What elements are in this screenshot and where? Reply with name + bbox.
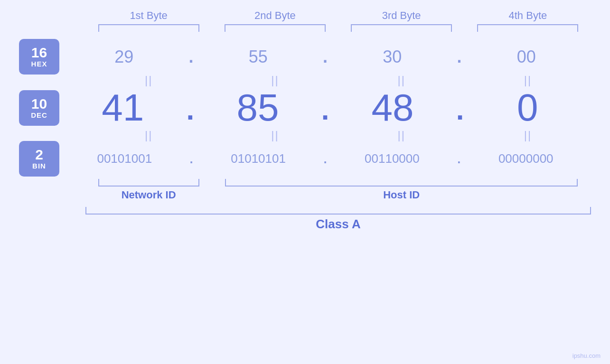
byte2-header: 2nd Byte — [212, 9, 338, 22]
eq2-c1: || — [85, 130, 212, 141]
dec-byte1-cell: 41 — [59, 86, 187, 130]
top-brackets — [19, 24, 591, 32]
dec-byte4-cell: 0 — [464, 86, 591, 130]
network-bracket-area — [85, 179, 212, 187]
hex-badge-label: HEX — [31, 60, 47, 68]
eq2-s2: || — [271, 130, 279, 141]
bin-byte3-cell: 00110000 — [327, 151, 458, 166]
host-bracket-area — [212, 179, 591, 187]
bottom-brackets-row — [85, 179, 591, 187]
watermark: ipshu.com — [572, 352, 601, 359]
hex-byte2: 55 — [249, 47, 268, 67]
class-label: Class A — [316, 217, 360, 231]
dec-dot3: . — [456, 96, 464, 124]
bin-badge-label: BIN — [32, 162, 46, 170]
dec-byte3-cell: 48 — [329, 86, 456, 130]
hex-byte3: 30 — [383, 47, 402, 67]
top-bracket-4 — [465, 24, 591, 32]
bracket-top-1 — [98, 24, 199, 32]
network-bracket — [98, 179, 199, 187]
class-bracket — [85, 207, 591, 215]
byte4-header: 4th Byte — [465, 9, 591, 22]
bin-byte2: 01010101 — [231, 151, 286, 166]
bin-badge: 2 BIN — [19, 141, 59, 177]
eq1-c4: || — [465, 75, 591, 86]
class-label-row: Class A — [85, 217, 591, 232]
dec-row: 10 DEC 41 . 85 . 48 . 0 — [19, 86, 591, 130]
eq1-s4: || — [524, 75, 532, 86]
hex-byte4: 00 — [517, 47, 536, 67]
bin-dot3: . — [457, 153, 460, 165]
eq1-c3: || — [338, 75, 465, 86]
dec-byte2-cell: 85 — [194, 86, 321, 130]
hex-dot3: . — [457, 48, 461, 65]
eq1-c1: || — [85, 75, 212, 86]
network-label-area: Network ID — [85, 189, 212, 201]
bottom-section: Network ID Host ID — [19, 179, 591, 201]
equals-row-2: || || || || — [19, 130, 591, 141]
bin-byte1-cell: 00101001 — [59, 151, 190, 166]
bin-dot1: . — [190, 153, 193, 165]
eq1-c2: || — [212, 75, 338, 86]
host-id-label: Host ID — [383, 189, 420, 201]
bin-byte4-cell: 00000000 — [460, 151, 591, 166]
dec-badge-num: 10 — [31, 97, 47, 111]
dec-byte1: 41 — [102, 86, 144, 130]
hex-badge-num: 16 — [31, 46, 47, 60]
dec-byte4: 0 — [517, 86, 538, 130]
bin-bytes: 00101001 . 01010101 . 00110000 . 0000000… — [59, 151, 591, 166]
bin-byte3: 00110000 — [365, 151, 420, 166]
hex-bytes: 29 . 55 . 30 . 00 — [59, 47, 591, 67]
byte1-header: 1st Byte — [85, 9, 212, 22]
dec-badge: 10 DEC — [19, 90, 59, 126]
network-id-label: Network ID — [122, 189, 176, 201]
eq2-c4: || — [465, 130, 591, 141]
top-bracket-1 — [85, 24, 212, 32]
byte3-header: 3rd Byte — [338, 9, 465, 22]
bin-byte4: 00000000 — [498, 151, 554, 166]
dec-byte3: 48 — [372, 86, 414, 130]
equals-row-1: || || || || — [19, 75, 591, 86]
hex-dot1: . — [188, 48, 193, 65]
hex-byte1-cell: 29 — [59, 47, 188, 67]
hex-row: 16 HEX 29 . 55 . 30 . 00 — [19, 39, 591, 75]
host-label-area: Host ID — [212, 189, 591, 201]
labels-row: Network ID Host ID — [85, 189, 591, 201]
dec-bytes: 41 . 85 . 48 . 0 — [59, 86, 591, 130]
bracket-top-2 — [225, 24, 326, 32]
byte-headers: 1st Byte 2nd Byte 3rd Byte 4th Byte — [19, 9, 591, 22]
bin-dot2: . — [323, 153, 327, 165]
dec-dot1: . — [187, 96, 195, 124]
eq2-s3: || — [397, 130, 405, 141]
bin-byte1: 00101001 — [97, 151, 152, 166]
host-bracket — [225, 179, 578, 187]
eq2-c3: || — [338, 130, 465, 141]
eq2-c2: || — [212, 130, 338, 141]
dec-byte2: 85 — [236, 86, 279, 130]
hex-byte2-cell: 55 — [194, 47, 323, 67]
dec-dot2: . — [321, 96, 329, 124]
top-bracket-3 — [338, 24, 465, 32]
hex-byte4-cell: 00 — [462, 47, 591, 67]
bin-badge-num: 2 — [35, 148, 43, 162]
top-bracket-2 — [212, 24, 338, 32]
eq2-s1: || — [145, 130, 152, 141]
eq2-s4: || — [524, 130, 532, 141]
eq1-s3: || — [397, 75, 405, 86]
bracket-top-4 — [477, 24, 578, 32]
class-section: Class A — [19, 207, 591, 232]
eq1-s2: || — [271, 75, 279, 86]
dec-badge-label: DEC — [31, 111, 47, 119]
bracket-top-3 — [351, 24, 452, 32]
hex-byte3-cell: 30 — [328, 47, 457, 67]
bin-row: 2 BIN 00101001 . 01010101 . 00110000 . 0… — [19, 141, 591, 177]
hex-dot2: . — [323, 48, 328, 65]
hex-byte1: 29 — [114, 47, 133, 67]
main-container: 1st Byte 2nd Byte 3rd Byte 4th Byte 16 H… — [0, 0, 610, 364]
hex-badge: 16 HEX — [19, 39, 59, 75]
bin-byte2-cell: 01010101 — [193, 151, 324, 166]
eq1-s1: || — [145, 75, 152, 86]
